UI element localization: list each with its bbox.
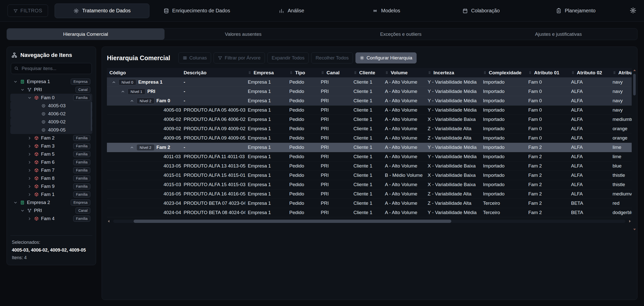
table-row-4006-02[interactable]: 4006-02PRODUTO ALFA 06 4006-02Empresa 1P… xyxy=(107,115,632,124)
tree-item-fam-1[interactable]: Fam 1Família xyxy=(10,190,92,198)
tree-item-4009-05[interactable]: 4009-05 xyxy=(10,126,92,134)
tree-item-fam-9[interactable]: Fam 9Família xyxy=(10,182,92,190)
tree-item-pri[interactable]: PRICanal xyxy=(10,86,92,94)
column-header-complexidade[interactable]: Complexidade xyxy=(480,70,526,76)
drag-handle-icon[interactable] xyxy=(428,71,431,75)
vertical-scroll-thumb[interactable] xyxy=(633,74,636,95)
nav-modelos[interactable]: Modelos xyxy=(339,4,434,18)
collapse-group-icon[interactable] xyxy=(111,80,116,84)
column-header-atributo-02[interactable]: Atributo 02 xyxy=(569,70,610,76)
table-row-4023-04[interactable]: 4023-04PRODUTO BETA 07 4023-04Empresa 1P… xyxy=(107,199,632,208)
tree-item-4006-02[interactable]: 4006-02 xyxy=(10,110,92,118)
tree-item-fam-4[interactable]: Fam 4Família xyxy=(10,215,92,223)
drag-handle-icon[interactable] xyxy=(321,71,325,75)
drag-handle-icon[interactable] xyxy=(483,71,487,75)
table-row-4024-04[interactable]: 4024-04PRODUTO BETA 08 4024-04Empresa 1P… xyxy=(107,208,632,217)
table-row-4011-03[interactable]: 4011-03PRODUTO ALFA 11 4011-03Empresa 1P… xyxy=(107,152,632,161)
table-row-4005-03[interactable]: 4005-03PRODUTO ALFA 05 4005-03Empresa 1P… xyxy=(107,106,632,115)
horizontal-scrollbar[interactable] xyxy=(107,217,632,225)
tab-ajustes-e-justificativas[interactable]: Ajustes e justificativas xyxy=(480,28,637,40)
scroll-right-icon[interactable] xyxy=(628,219,632,223)
chevron-right-icon[interactable] xyxy=(27,160,32,164)
nav-enriquecimento-de-dados[interactable]: Enriquecimento de Dados xyxy=(149,4,244,18)
settings-gear-button[interactable] xyxy=(630,7,636,15)
nav-analise[interactable]: Análise xyxy=(244,4,339,18)
group-row-empresa-1[interactable]: Nível 0Empresa 1-Empresa 1PedidoPRIClien… xyxy=(107,78,632,87)
tree-item-empresa-1[interactable]: Empresa 1Empresa xyxy=(10,78,92,86)
tree-item-pri[interactable]: PRICanal xyxy=(10,207,92,215)
tree-item-fam-2[interactable]: Fam 2Família xyxy=(10,134,92,142)
toolbar-recolher-todos[interactable]: Recolher Todos xyxy=(311,52,353,63)
drag-handle-icon[interactable] xyxy=(289,71,293,75)
nav-planejamento[interactable]: Planejamento xyxy=(528,4,623,18)
chevron-right-icon[interactable] xyxy=(27,192,32,197)
table-row-4015-01[interactable]: 4015-01PRODUTO ALFA 15 4015-01Empresa 1P… xyxy=(107,171,632,180)
table-row-4009-05[interactable]: 4009-05PRODUTO ALFA 09 4009-05Empresa 1P… xyxy=(107,133,632,143)
tab-excecoes-e-outliers[interactable]: Exceções e outliers xyxy=(322,28,480,40)
collapse-group-icon[interactable] xyxy=(120,89,126,94)
filters-button[interactable]: FILTROS xyxy=(8,5,48,17)
scroll-left-icon[interactable] xyxy=(107,219,111,223)
chevron-down-icon[interactable] xyxy=(27,96,32,100)
horizontal-scroll-thumb[interactable] xyxy=(134,220,451,223)
tab-valores-ausentes[interactable]: Valores ausentes xyxy=(165,28,322,40)
column-header-codigo[interactable]: Código xyxy=(107,70,181,76)
horizontal-scroll-track[interactable] xyxy=(113,220,625,223)
tree-scroll-thumb[interactable] xyxy=(91,102,92,131)
collapse-group-icon[interactable] xyxy=(129,145,135,150)
collapse-group-icon[interactable] xyxy=(129,99,135,103)
search-input[interactable] xyxy=(11,63,92,74)
tree-item-fam-7[interactable]: Fam 7Família xyxy=(10,166,92,174)
tree-item-fam-5[interactable]: Fam 5Família xyxy=(10,150,92,158)
chevron-right-icon[interactable] xyxy=(27,152,32,156)
group-row-pri[interactable]: Nível 1PRI-Empresa 1PedidoPRICliente 1A … xyxy=(107,87,632,96)
column-header-volume[interactable]: Volume xyxy=(382,70,425,76)
tree-item-fam-3[interactable]: Fam 3Família xyxy=(10,142,92,150)
tree-item-4009-02[interactable]: 4009-02 xyxy=(10,118,92,126)
column-header-descricao[interactable]: Descrição xyxy=(181,70,245,76)
column-header-cliente[interactable]: Cliente xyxy=(351,70,382,76)
chevron-right-icon[interactable] xyxy=(27,176,32,181)
vertical-scroll-track[interactable] xyxy=(633,73,636,226)
tree-item-empresa-2[interactable]: Empresa 2Empresa xyxy=(10,198,92,207)
table-row-4009-02[interactable]: 4009-02PRODUTO ALFA 09 4009-02Empresa 1P… xyxy=(107,124,632,133)
toolbar-colunas[interactable]: Colunas xyxy=(178,52,211,63)
scroll-up-icon[interactable] xyxy=(633,69,636,72)
toolbar-filtrar-por-arvore[interactable]: Filtrar por Árvore xyxy=(214,52,265,63)
column-header-canal[interactable]: Canal xyxy=(318,70,351,76)
toolbar-configurar-hierarquia[interactable]: Configurar Hierarquia xyxy=(355,52,417,63)
chevron-right-icon[interactable] xyxy=(27,144,32,148)
nav-colaboracao[interactable]: Colaboração xyxy=(434,4,529,18)
drag-handle-icon[interactable] xyxy=(613,71,616,75)
column-header-incerteza[interactable]: Incerteza xyxy=(425,70,480,76)
scroll-down-icon[interactable] xyxy=(633,227,636,231)
column-header-atributo-03[interactable]: Atributo 03 xyxy=(610,70,632,76)
table-row-4016-05[interactable]: 4016-05PRODUTO ALFA 16 4016-05Empresa 1P… xyxy=(107,189,632,199)
chevron-down-icon[interactable] xyxy=(20,209,25,213)
column-header-empresa[interactable]: Empresa xyxy=(245,70,287,76)
group-row-fam-0[interactable]: Nível 2Fam 0-Empresa 1PedidoPRICliente 1… xyxy=(107,96,632,106)
chevron-right-icon[interactable] xyxy=(27,184,32,189)
chevron-right-icon[interactable] xyxy=(27,136,32,140)
chevron-right-icon[interactable] xyxy=(27,217,32,221)
column-header-atributo-01[interactable]: Atributo 01 xyxy=(526,70,569,76)
nav-tratamento-de-dados[interactable]: Tratamento de Dados xyxy=(55,4,149,18)
drag-handle-icon[interactable] xyxy=(571,71,575,75)
chevron-down-icon[interactable] xyxy=(13,80,18,84)
column-header-tipo[interactable]: Tipo xyxy=(287,70,318,76)
drag-handle-icon[interactable] xyxy=(248,71,252,75)
tab-hierarquia-comercial[interactable]: Hierarquia Comercial xyxy=(7,28,165,40)
chevron-right-icon[interactable] xyxy=(27,168,32,173)
tree-item-4005-03[interactable]: 4005-03 xyxy=(10,102,92,110)
table-row-4013-05[interactable]: 4013-05PRODUTO ALFA 13 4013-05Empresa 1P… xyxy=(107,161,632,171)
group-row-fam-2[interactable]: Nível 2Fam 2-Empresa 1PedidoPRICliente 1… xyxy=(107,143,632,152)
chevron-down-icon[interactable] xyxy=(13,200,18,205)
tree-item-fam-8[interactable]: Fam 8Família xyxy=(10,174,92,182)
toolbar-expandir-todos[interactable]: Expandir Todos xyxy=(267,52,309,63)
tree-item-fam-0[interactable]: Fam 0Família xyxy=(10,94,92,102)
chevron-down-icon[interactable] xyxy=(20,88,25,92)
tree-item-fam-6[interactable]: Fam 6Família xyxy=(10,158,92,166)
drag-handle-icon[interactable] xyxy=(528,71,532,75)
table-row-4015-03[interactable]: 4015-03PRODUTO ALFA 15 4015-03Empresa 1P… xyxy=(107,180,632,189)
vertical-scrollbar[interactable] xyxy=(632,68,637,232)
